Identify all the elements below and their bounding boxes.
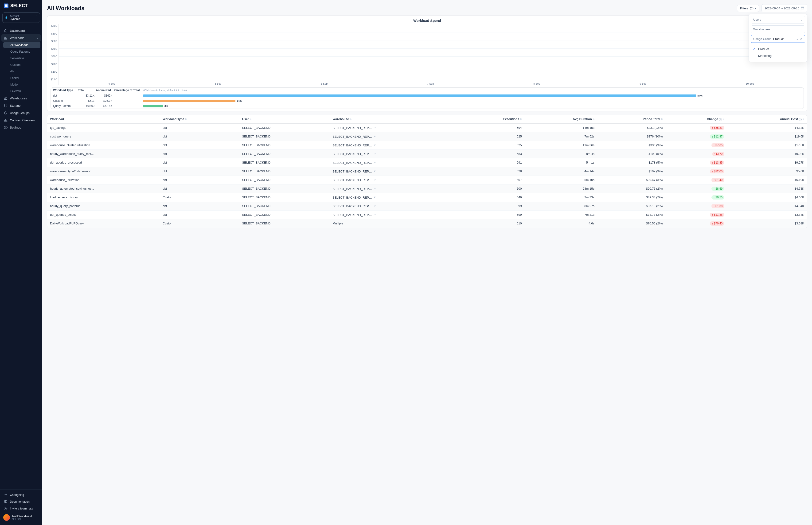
table-row[interactable]: DailyWorkloadPoPQueryCustomSELECT_BACKEN… [47, 219, 807, 228]
option-marketing[interactable]: Marketing [751, 52, 805, 59]
col-workload-type[interactable]: Workload Type⇅ [160, 115, 239, 123]
sidebar-subitem[interactable]: Query Patterns [3, 49, 41, 55]
table-row[interactable]: cost_per_querydbtSELECT_BACKENDSELECT_BA… [47, 132, 807, 141]
account-name: Cyberco [10, 17, 20, 21]
footer-documentation[interactable]: Documentation [0, 498, 42, 505]
sidebar-item-workloads[interactable]: Workloads ⌄ [1, 34, 41, 42]
brand-text: SELECT [10, 3, 28, 8]
sort-icon: ⇅ [593, 118, 594, 121]
table-row[interactable]: hourly_automated_savings_es...dbtSELECT_… [47, 184, 807, 193]
table-row[interactable]: dbt_queries_processeddbtSELECT_BACKENDSE… [47, 158, 807, 167]
user-profile[interactable]: Niall Woodward SELECT [0, 512, 42, 523]
external-link-icon[interactable]: ↗ [373, 205, 376, 207]
col-warehouse[interactable]: Warehouse⇅ [330, 115, 459, 123]
external-link-icon[interactable]: ↗ [373, 178, 376, 181]
sidebar-item-label: Workloads [10, 36, 24, 40]
info-icon: i [799, 118, 802, 121]
snowflake-icon: ✱ [5, 16, 8, 19]
col-annual-cost[interactable]: Annual Costi⇅ [727, 115, 807, 123]
col-period-total[interactable]: Period Total⇅ [597, 115, 665, 123]
warehouse-icon [4, 96, 7, 100]
svg-rect-0 [4, 37, 5, 38]
sidebar-subitem[interactable]: Fivetran [3, 88, 41, 94]
summary-row[interactable]: dbt$3.11K$162K84% [51, 93, 803, 98]
account-switcher[interactable]: ✱ Account Cyberco ⌃⌄ [2, 13, 40, 23]
table-row[interactable]: tgs_savingsdbtSELECT_BACKENDSELECT_BACKE… [47, 123, 807, 132]
sidebar-subitem[interactable]: Looker [3, 75, 41, 81]
external-link-icon[interactable]: ↗ [373, 196, 376, 198]
table-row[interactable]: dbt_queries_selectdbtSELECT_BACKENDSELEC… [47, 210, 807, 219]
sidebar-item-contract-overview[interactable]: Contract Overview [0, 117, 42, 124]
table-row[interactable]: hourly_query_patternsdbtSELECT_BACKENDSE… [47, 201, 807, 210]
summary-row[interactable]: Custom$513$26.7K14% [51, 98, 803, 103]
svg-point-4 [4, 104, 7, 105]
col-executions[interactable]: Executions⇅ [459, 115, 525, 123]
sidebar-item-warehouses[interactable]: Warehouses [0, 95, 42, 102]
storage-icon [4, 104, 7, 107]
sidebar-subitem[interactable]: All Workloads [3, 42, 41, 48]
external-link-icon[interactable]: ↗ [373, 126, 376, 129]
external-link-icon[interactable]: ↗ [373, 170, 376, 172]
chart-y-axis: $700$600$500$400$300$200$100$0.00 [50, 24, 59, 85]
table-row[interactable]: hourly_warehouse_query_met...dbtSELECT_B… [47, 149, 807, 158]
sort-icon: ⇅ [185, 118, 187, 121]
sidebar-item-label: Contract Overview [10, 118, 35, 122]
sidebar-footer: Changelog Documentation Invite a teammat… [0, 489, 42, 525]
external-link-icon[interactable]: ↗ [373, 187, 376, 190]
table-row[interactable]: warehouse_utilizationdbtSELECT_BACKENDSE… [47, 176, 807, 184]
sidebar-item-storage[interactable]: Storage [0, 102, 42, 109]
filter-users-select[interactable]: Users ⌄ [751, 16, 805, 24]
change-badge: ↑ $11.38 [710, 213, 724, 217]
page-header: All Workloads Filters (1) ▾ 2023-09-04 ~… [47, 4, 807, 12]
external-link-icon[interactable]: ↗ [373, 213, 376, 216]
chart-x-axis: 4 Sep5 Sep6 Sep7 Sep8 Sep9 Sep10 Sep [59, 82, 804, 85]
svg-rect-8 [801, 7, 804, 9]
chart-title: Workload Spend [50, 18, 804, 22]
change-badge: ↑ $170 [712, 152, 724, 156]
external-link-icon[interactable]: ↗ [373, 152, 376, 155]
usage-group-options: ✓ Product Marketing [751, 45, 805, 60]
external-link-icon[interactable]: ↗ [373, 144, 376, 146]
change-badge: ↑ $55.31 [710, 126, 724, 130]
footer-invite[interactable]: Invite a teammate [0, 505, 42, 512]
workload-spend-chart: Workload Spend $700$600$500$400$300$200$… [47, 15, 807, 111]
col-avg-duration[interactable]: Avg Duration⇅ [525, 115, 597, 123]
user-plus-icon [4, 507, 7, 510]
pie-icon [4, 111, 7, 115]
brand-logo[interactable]: SELECT [0, 0, 42, 12]
col-user[interactable]: User⇅ [239, 115, 330, 123]
table-row[interactable]: warehouse_cluster_utilizationdbtSELECT_B… [47, 141, 807, 149]
workloads-table: Workload Workload Type⇅ User⇅ Warehouse⇅… [47, 115, 807, 228]
change-badge: ↑ $7.65 [711, 143, 724, 147]
chevron-down-icon: ⌄ [800, 28, 802, 31]
filter-warehouses-select[interactable]: Warehouses ⌄ [751, 25, 805, 33]
table-row[interactable]: warehouses_type2_dimension...dbtSELECT_B… [47, 167, 807, 176]
sidebar-subitem[interactable]: Custom [3, 62, 41, 68]
sidebar-item-settings[interactable]: Settings [0, 124, 42, 131]
table-row[interactable]: load_access_historyCustomSELECT_BACKENDS… [47, 193, 807, 201]
filters-button[interactable]: Filters (1) ▾ [737, 5, 759, 12]
chart-plot-area[interactable]: 4 Sep5 Sep6 Sep7 Sep8 Sep9 Sep10 Sep [59, 24, 804, 85]
col-change[interactable]: Changei⇅ [665, 115, 727, 123]
sidebar-subitem[interactable]: dbt [3, 69, 41, 75]
page-title: All Workloads [47, 5, 85, 12]
sort-icon: ⇅ [520, 118, 522, 121]
clear-icon[interactable]: ✕ [800, 37, 802, 41]
date-range-button[interactable]: 2023-09-04 ~ 2023-09-10 [762, 4, 807, 12]
sidebar-item-label: Storage [10, 104, 21, 107]
external-link-icon[interactable]: ↗ [373, 135, 376, 138]
sidebar-subitem[interactable]: Serverless [3, 55, 41, 61]
sidebar-item-usage-groups[interactable]: Usage Groups [0, 109, 42, 117]
filter-usage-group-select[interactable]: Usage Group Product ⌄ ✕ [751, 35, 805, 43]
sidebar-subitem[interactable]: Mode [3, 81, 41, 88]
col-workload[interactable]: Workload [47, 115, 160, 123]
book-icon [4, 500, 7, 504]
change-badge: ↓ $12.87 [710, 134, 724, 139]
footer-changelog[interactable]: Changelog [0, 491, 42, 498]
change-badge: ↑ $13.35 [710, 161, 724, 165]
summary-row[interactable]: Query Pattern$99.00$5.16K3% [51, 103, 803, 108]
sidebar-item-dashboard[interactable]: Dashboard [0, 27, 42, 34]
option-product[interactable]: ✓ Product [751, 46, 805, 52]
filter-panel: Users ⌄ Warehouses ⌄ Usage Group Product… [749, 14, 807, 62]
external-link-icon[interactable]: ↗ [373, 161, 376, 164]
